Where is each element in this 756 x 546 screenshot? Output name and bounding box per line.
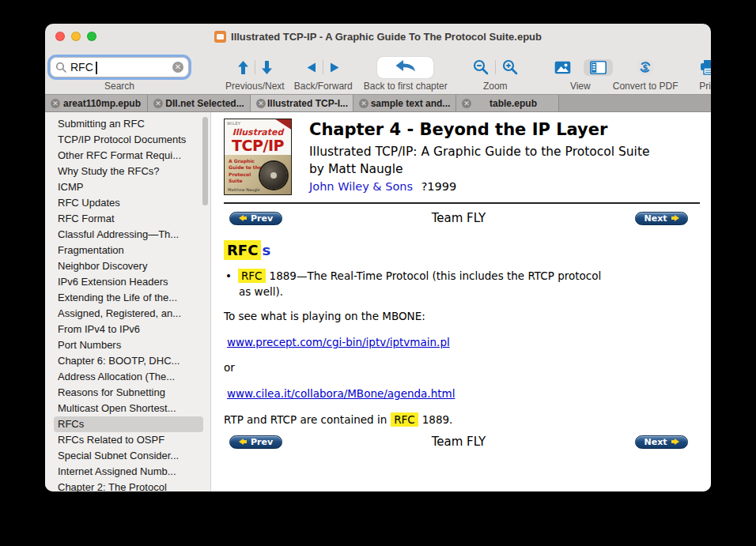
zoom-window-button[interactable] — [87, 32, 96, 41]
zoom-label: Zoom — [483, 81, 508, 92]
section-heading: RFCs — [224, 242, 703, 258]
epub-app-icon — [214, 31, 226, 43]
chapter-list-item[interactable]: Multicast Open Shortest... — [45, 401, 210, 416]
chapter-list-item[interactable]: RFCs Related to OSPF — [45, 432, 210, 448]
chapter-list-item[interactable]: Port Numbers — [45, 337, 210, 353]
chapter-list-item[interactable]: RFC Format — [45, 211, 210, 227]
chapter-list-item[interactable]: Neighbor Discovery — [45, 258, 210, 274]
chapter-list-item[interactable]: TCP/IP Protocol Documents — [45, 132, 210, 148]
next-result-button[interactable] — [255, 59, 278, 76]
convert-label: Convert to PDF — [613, 81, 679, 92]
zoom-out-icon — [473, 59, 489, 75]
back-to-first-chapter-button[interactable] — [377, 57, 433, 78]
arrow-down-icon — [262, 61, 272, 74]
chapter-list-item[interactable]: Other RFC Format Requi... — [45, 148, 210, 164]
paragraph-text: RTP and RTCP are contained in — [224, 413, 387, 426]
minimize-window-button[interactable] — [71, 32, 81, 41]
sidebar-scrollbar-thumb[interactable] — [202, 117, 208, 205]
next-page-button[interactable]: Next — [635, 435, 688, 449]
chapter-list-item[interactable]: Address Allocation (The... — [45, 369, 210, 385]
chapter-list-item[interactable]: RFC Updates — [45, 195, 210, 211]
search-input[interactable] — [70, 61, 172, 73]
prev-label: Prev — [251, 437, 273, 447]
search-highlight: RFC — [224, 240, 261, 260]
reader-content: WILEY Illustrated TCP/IP A Graphic Guide… — [211, 112, 711, 491]
document-tab[interactable]: ✕ table.epub — [456, 95, 559, 111]
mbone-link-1[interactable]: www.precept.com/cgi-bin/iptv/iptvmain.pl — [227, 336, 450, 348]
chapter-list-item[interactable]: Why Study the RFCs? — [45, 164, 210, 179]
zoom-in-button[interactable] — [496, 58, 524, 77]
chapter-list-item[interactable]: Chapter 2: The Protocol — [45, 480, 210, 491]
tab-label: areat110mp.epub — [60, 98, 144, 109]
tab-close-icon[interactable]: ✕ — [153, 99, 163, 108]
next-page-button[interactable]: Next — [635, 212, 688, 225]
bullet-text: 1889—The Real-Time Protocol (this includ… — [270, 269, 602, 282]
close-window-button[interactable] — [55, 32, 65, 41]
bullet-item: • RFC 1889—The Real-Time Protocol (this … — [224, 269, 703, 283]
chapter-list-item[interactable]: IPv6 Extension Headers — [45, 274, 210, 290]
tab-close-icon[interactable]: ✕ — [256, 99, 266, 108]
zoom-in-icon — [502, 59, 518, 75]
chapter-title: Chapter 4 - Beyond the IP Layer — [309, 120, 650, 139]
chapter-list-item[interactable]: Chapter 6: BOOTP, DHC... — [45, 353, 210, 369]
bullet-text-continued: as well). — [224, 285, 703, 298]
view-label: View — [570, 81, 591, 92]
book-subtitle: Illustrated TCP/IP: A Graphic Guide to t… — [309, 145, 650, 159]
mbone-link-2[interactable]: www.cilea.it/collabora/MBone/agenda.html — [227, 387, 455, 400]
yellow-arrow-right-icon — [671, 215, 679, 221]
document-tab[interactable]: ✕ sample text and... — [353, 95, 456, 111]
chapter-list-item[interactable]: Submitting an RFC — [45, 116, 210, 132]
search-highlight: RFC — [391, 412, 418, 427]
tab-close-icon[interactable]: ✕ — [462, 99, 471, 108]
chapter-list-item[interactable]: Reasons for Subnetting — [45, 385, 210, 401]
document-tab[interactable]: ✕ DII.net Selected... — [148, 95, 251, 111]
chapter-list-item[interactable]: RFCs — [54, 416, 203, 432]
prevnext-group: Previous/Next — [225, 55, 285, 92]
reply-arrow-icon — [395, 59, 416, 73]
paragraph: To see what is playing on the MBONE: — [224, 310, 703, 322]
tab-close-icon[interactable]: ✕ — [51, 99, 60, 108]
chapter-list-item[interactable]: Extending the Life of the... — [45, 290, 210, 306]
triangle-left-icon — [307, 62, 316, 73]
convert-dollar-icon: $ — [636, 58, 655, 77]
prev-page-button[interactable]: Prev — [229, 212, 282, 225]
tab-close-icon[interactable]: ✕ — [359, 99, 369, 108]
svg-text:$: $ — [643, 63, 648, 72]
yellow-arrow-right-icon — [671, 439, 679, 445]
book-byline: by Matt Naugle — [309, 162, 650, 176]
chapter-list: Submitting an RFCTCP/IP Protocol Documen… — [45, 116, 210, 491]
publisher-link[interactable]: John Wiley & Sons — [309, 180, 413, 193]
yellow-arrow-left-icon — [239, 215, 247, 221]
print-label: Print — [699, 81, 711, 92]
chapter-list-item[interactable]: ICMP — [45, 179, 210, 195]
clear-search-icon[interactable]: ✕ — [172, 62, 183, 73]
chapter-list-item[interactable]: Internet Assigned Numb... — [45, 464, 210, 480]
paragraph-text: 1889. — [422, 413, 453, 426]
chapter-list-item[interactable]: Assigned, Registered, an... — [45, 306, 210, 322]
tabbar-filler — [559, 95, 711, 111]
tab-label: DII.net Selected... — [163, 98, 247, 109]
traffic-lights — [55, 32, 96, 41]
team-fly-text: Team FLY — [432, 435, 486, 449]
chapter-list-item[interactable]: Classful Addressing—Th... — [45, 227, 210, 243]
search-field[interactable]: ✕ — [50, 57, 189, 77]
cover-compass-art — [260, 162, 287, 189]
forward-button[interactable] — [323, 61, 346, 74]
chapter-list-item[interactable]: Fragmentation — [45, 243, 210, 258]
tab-bar: ✕ areat110mp.epub ✕ DII.net Selected... … — [45, 95, 711, 112]
document-tab[interactable]: ✕ Illustrated TCP-I... — [251, 95, 353, 111]
cover-title-text: TCP/IP — [225, 137, 291, 154]
prev-page-button[interactable]: Prev — [229, 435, 282, 449]
view-split-mode-button[interactable] — [584, 59, 613, 76]
search-highlight: RFC — [238, 269, 266, 283]
back-button[interactable] — [301, 61, 323, 74]
zoom-out-button[interactable] — [467, 58, 495, 77]
convert-to-pdf-button[interactable]: $ — [629, 56, 661, 78]
view-image-mode-button[interactable] — [548, 59, 577, 76]
chapter-list-item[interactable]: Special Subnet Consider... — [45, 448, 210, 464]
chapter-list-item[interactable]: From IPv4 to IPv6 — [45, 322, 210, 337]
convert-group: $ Convert to PDF — [613, 55, 679, 92]
print-button[interactable] — [694, 58, 711, 77]
previous-result-button[interactable] — [232, 59, 255, 76]
document-tab[interactable]: ✕ areat110mp.epub — [45, 95, 148, 111]
